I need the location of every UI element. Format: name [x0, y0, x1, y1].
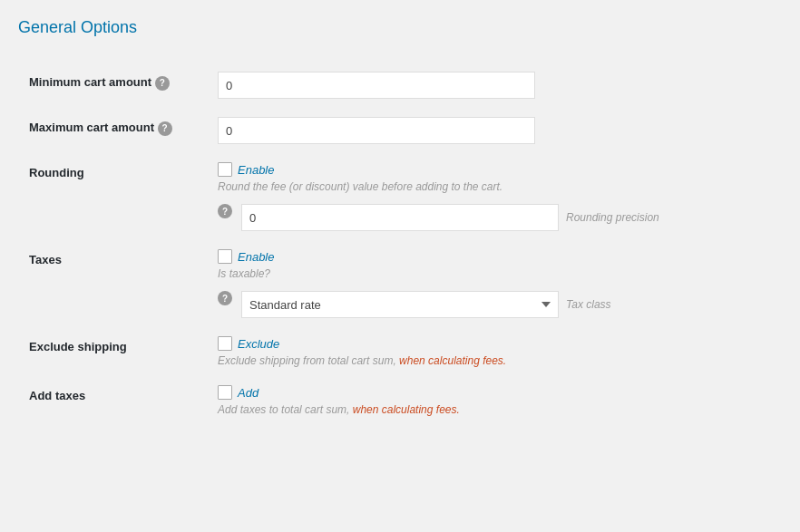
taxes-description: Is taxable? — [218, 267, 771, 280]
row-max-cart: Maximum cart amount ? — [18, 108, 782, 153]
taxes-checkbox-label[interactable]: Enable — [238, 250, 274, 264]
taxes-label: Taxes — [29, 253, 62, 266]
add-taxes-checkbox-row: Add — [218, 385, 771, 400]
rounding-precision-label: Rounding precision — [566, 211, 659, 224]
exclude-shipping-checkbox-row: Exclude — [218, 336, 771, 351]
rounding-checkbox[interactable] — [218, 162, 232, 177]
add-taxes-checkbox-label[interactable]: Add — [238, 386, 259, 400]
rounding-label: Rounding — [29, 166, 84, 179]
rounding-checkbox-row: Enable — [218, 162, 771, 177]
add-taxes-label: Add taxes — [29, 389, 85, 402]
row-taxes: Taxes Enable Is taxable? ? Standard rate… — [18, 240, 782, 327]
add-taxes-description: Add taxes to total cart sum, when calcul… — [218, 403, 771, 416]
min-cart-help-icon[interactable]: ? — [155, 76, 170, 91]
rounding-precision-input[interactable] — [241, 204, 559, 231]
max-cart-help-icon[interactable]: ? — [158, 121, 172, 136]
max-cart-label: Maximum cart amount — [29, 121, 154, 134]
exclude-shipping-label: Exclude shipping — [29, 340, 127, 353]
taxes-checkbox-row: Enable — [218, 249, 771, 264]
exclude-shipping-checkbox-label[interactable]: Exclude — [238, 337, 279, 351]
taxes-class-select[interactable]: Standard rate Reduced rate Zero rate — [241, 291, 559, 318]
taxes-class-help-icon[interactable]: ? — [218, 291, 232, 305]
general-options-table: Minimum cart amount ? Maximum cart amoun… — [18, 63, 782, 425]
max-cart-input[interactable] — [218, 117, 535, 144]
rounding-precision-help-icon[interactable]: ? — [218, 204, 232, 218]
row-exclude-shipping: Exclude shipping Exclude Exclude shippin… — [18, 327, 782, 376]
rounding-description: Round the fee (or discount) value before… — [218, 180, 771, 193]
exclude-shipping-checkbox[interactable] — [218, 336, 232, 351]
add-taxes-checkbox[interactable] — [218, 385, 232, 400]
exclude-shipping-description: Exclude shipping from total cart sum, wh… — [218, 354, 771, 367]
taxes-checkbox[interactable] — [218, 249, 232, 264]
row-rounding: Rounding Enable Round the fee (or discou… — [18, 153, 782, 240]
row-add-taxes: Add taxes Add Add taxes to total cart su… — [18, 376, 782, 425]
rounding-precision-row: ? Rounding precision — [218, 204, 771, 231]
taxes-class-label: Tax class — [566, 298, 611, 311]
row-min-cart: Minimum cart amount ? — [18, 63, 782, 108]
page-title: General Options — [18, 18, 782, 44]
min-cart-label: Minimum cart amount — [29, 75, 151, 89]
min-cart-input[interactable] — [218, 72, 535, 99]
rounding-checkbox-label[interactable]: Enable — [238, 163, 274, 177]
taxes-class-row: ? Standard rate Reduced rate Zero rate T… — [218, 291, 771, 318]
